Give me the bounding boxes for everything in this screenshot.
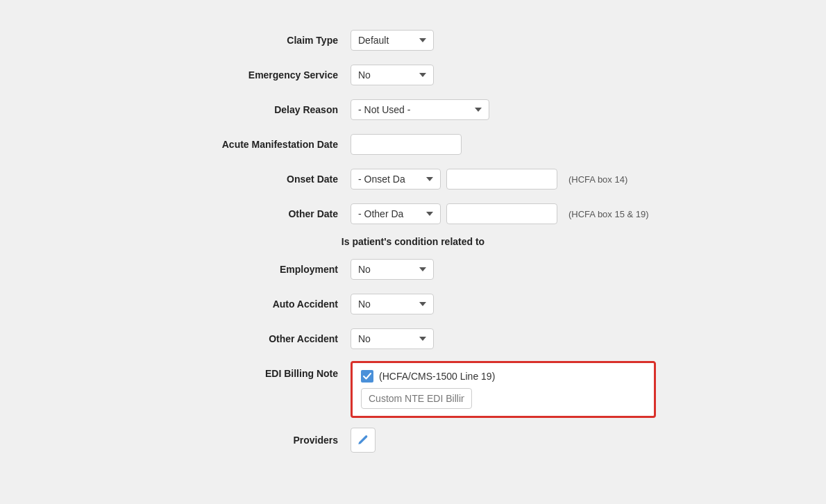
acute-manifestation-date-input[interactable]: [351, 134, 462, 155]
pencil-icon: [357, 435, 369, 446]
onset-date-hint: (HCFA box 14): [568, 174, 627, 185]
other-date-label: Other Date: [170, 208, 351, 219]
auto-accident-label: Auto Accident: [170, 299, 351, 310]
claim-type-row: Claim Type Default Institutional Profess…: [170, 28, 656, 53]
edi-note-input[interactable]: [361, 388, 472, 409]
delay-reason-label: Delay Reason: [170, 104, 351, 115]
edi-billing-note-row: EDI Billing Note (HCFA/CMS-1500 Line 19): [170, 361, 656, 418]
employment-control: No Yes: [351, 259, 656, 280]
edi-billing-note-checkbox[interactable]: [361, 370, 373, 383]
onset-date-control: - Onset Da (HCFA box 14): [351, 169, 656, 190]
other-date-control: - Other Da (HCFA box 15 & 19): [351, 203, 656, 224]
acute-manifestation-date-control: [351, 134, 656, 155]
other-date-row: Other Date - Other Da (HCFA box 15 & 19): [170, 201, 656, 226]
auto-accident-row: Auto Accident No Yes: [170, 292, 656, 317]
onset-date-label: Onset Date: [170, 174, 351, 185]
other-date-hint: (HCFA box 15 & 19): [568, 209, 649, 219]
emergency-service-label: Emergency Service: [170, 69, 351, 81]
acute-manifestation-date-row: Acute Manifestation Date: [170, 132, 656, 157]
delay-reason-row: Delay Reason - Not Used - Other: [170, 97, 656, 122]
delay-reason-select[interactable]: - Not Used - Other: [351, 99, 489, 120]
providers-edit-button[interactable]: [351, 428, 376, 453]
employment-select[interactable]: No Yes: [351, 259, 434, 280]
auto-accident-select[interactable]: No Yes: [351, 294, 434, 314]
emergency-service-control: No Yes: [351, 65, 656, 85]
condition-header: Is patient's condition related to: [170, 236, 656, 247]
emergency-service-row: Emergency Service No Yes: [170, 62, 656, 87]
other-accident-label: Other Accident: [170, 333, 351, 344]
claim-type-label: Claim Type: [170, 35, 351, 46]
providers-label: Providers: [170, 435, 351, 446]
other-date-type-select[interactable]: - Other Da: [351, 203, 441, 224]
edi-checkbox-row: (HCFA/CMS-1500 Line 19): [361, 370, 646, 383]
onset-date-row: Onset Date - Onset Da (HCFA box 14): [170, 167, 656, 192]
auto-accident-control: No Yes: [351, 294, 656, 314]
providers-row: Providers: [170, 428, 656, 453]
employment-label: Employment: [170, 264, 351, 275]
onset-date-input[interactable]: [446, 169, 557, 190]
other-accident-select[interactable]: No Yes: [351, 328, 434, 349]
employment-row: Employment No Yes: [170, 257, 656, 282]
providers-control: [351, 428, 656, 453]
other-accident-control: No Yes: [351, 328, 656, 349]
delay-reason-control: - Not Used - Other: [351, 99, 656, 120]
other-accident-row: Other Accident No Yes: [170, 326, 656, 351]
onset-date-type-select[interactable]: - Onset Da: [351, 169, 441, 190]
form-container: Claim Type Default Institutional Profess…: [142, 14, 684, 467]
other-date-input[interactable]: [446, 203, 557, 224]
claim-type-select[interactable]: Default Institutional Professional: [351, 30, 434, 51]
acute-manifestation-date-label: Acute Manifestation Date: [170, 139, 351, 150]
edi-checkbox-label: (HCFA/CMS-1500 Line 19): [379, 371, 495, 382]
emergency-service-select[interactable]: No Yes: [351, 65, 434, 85]
edi-billing-note-box: (HCFA/CMS-1500 Line 19): [351, 361, 656, 418]
claim-type-control: Default Institutional Professional: [351, 30, 656, 51]
edi-billing-note-label: EDI Billing Note: [170, 361, 351, 379]
